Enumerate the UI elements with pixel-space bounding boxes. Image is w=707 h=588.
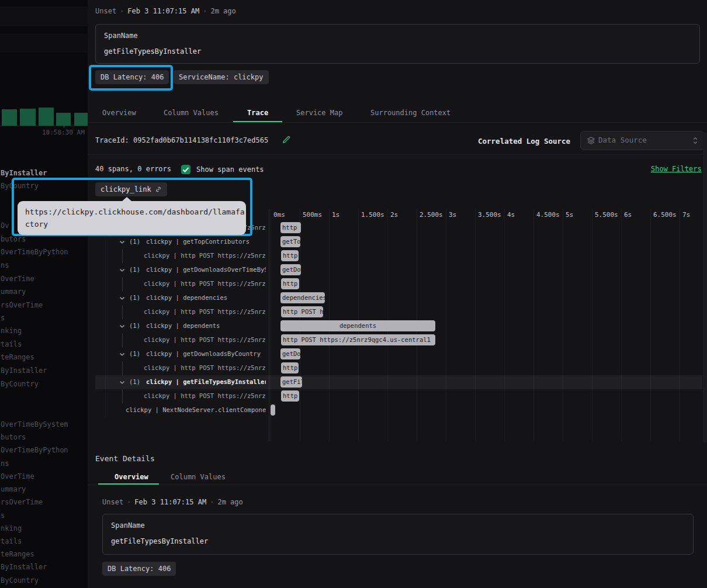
sidebar-span-item[interactable]: rsOverTime <box>1 301 43 309</box>
sidebar-span-item[interactable]: tails <box>1 340 22 348</box>
sidebar-span-item[interactable]: s <box>1 314 5 322</box>
span-duration-bar[interactable]: http POST https://z5nrz9qgc4.us-central1 <box>281 334 435 345</box>
trace-span-row[interactable]: (1)clickpy | getDownloadsByCountrygetDow… <box>95 347 702 361</box>
sidebar-span-item[interactable]: teRanges <box>1 353 34 361</box>
sidebar-span-item[interactable]: OverTimeByPython <box>1 248 68 256</box>
tab-overview[interactable]: Overview <box>102 109 136 117</box>
event-details-db-latency-badge[interactable]: DB Latency: 406 <box>102 562 176 576</box>
span-duration-bar[interactable]: getDownloadsByCountry <box>280 348 300 359</box>
tab-column-values[interactable]: Column Values <box>164 109 219 117</box>
sidebar-span-item[interactable]: tails <box>1 537 22 545</box>
event-details-tab-overview[interactable]: Overview <box>115 473 148 481</box>
span-duration-bar[interactable]: getTopContributors <box>280 236 300 247</box>
trace-span-row[interactable]: (1)clickpy | getDownloadsOverTimeBySyste… <box>95 263 702 277</box>
span-name: clickpy | http POST https://z5nrz9qgc4.u… <box>144 364 266 371</box>
span-name-value: getFileTypesByInstaller <box>104 47 201 56</box>
time-tick-label: 6s <box>624 211 632 219</box>
trace-span-row[interactable]: clickpy | http POST https://z5nrz9qgc4.u… <box>95 249 702 263</box>
trace-span-row[interactable]: clickpy | http POST https://z5nrz9qgc4.u… <box>95 333 702 347</box>
chevron-down-icon[interactable] <box>119 238 126 245</box>
tab-surrounding-context[interactable]: Surrounding Context <box>370 109 450 117</box>
sidebar-span-item[interactable]: ByInstaller <box>1 366 47 375</box>
chevron-down-icon[interactable] <box>119 379 126 386</box>
time-tick-label: 500ms <box>303 211 322 219</box>
sidebar-span-item[interactable]: nking <box>1 327 22 335</box>
trace-span-row[interactable]: (1)clickpy | getFileTypesByInstallergetF… <box>95 375 702 389</box>
histogram-bar <box>20 109 36 126</box>
sidebar-span-item[interactable]: rsOverTime <box>1 498 43 506</box>
span-name: clickpy | http POST https://z5nrz9qgc4.u… <box>144 252 266 259</box>
trace-span-row[interactable]: (1)clickpy | dependentsdependents <box>95 319 702 333</box>
show-span-events-label[interactable]: Show span events <box>196 165 264 174</box>
sidebar-span-item[interactable]: ByCountry <box>1 380 39 388</box>
tab-service-map[interactable]: Service Map <box>296 109 342 117</box>
span-name: clickpy | http POST https://z5nrz9qgc4.u… <box>144 392 266 399</box>
spans-summary: 40 spans, 0 errors <box>95 165 171 173</box>
child-count: (1) <box>129 378 140 385</box>
sidebar-span-item[interactable]: ns <box>1 459 9 468</box>
trace-span-row[interactable]: clickpy | http POST https://z5nrz9qgc4.u… <box>95 305 702 319</box>
time-tick-label: 0ms <box>273 211 285 219</box>
trace-id-label: TraceId: <box>95 136 129 144</box>
sidebar-span-item[interactable]: OverTimeBySystem <box>1 420 68 428</box>
span-duration-bar[interactable]: getDownloadsOverTimeBySystem <box>280 264 301 275</box>
relative-time: 2m ago <box>210 7 235 15</box>
sidebar-span-item[interactable]: s <box>1 511 5 520</box>
span-duration-bar[interactable]: http POST https://z5nrz9qgc4.us-central1 <box>280 222 301 233</box>
sidebar-span-item[interactable]: teRanges <box>1 550 34 558</box>
section-divider <box>88 154 702 155</box>
chevron-down-icon[interactable] <box>119 295 126 302</box>
time-tick-label: 4.500s <box>536 211 560 219</box>
span-duration-bar[interactable]: http POST https://z5nrz9qgc4.us-central1 <box>281 362 299 373</box>
sidebar-span-item[interactable]: ByCountry <box>1 576 39 584</box>
sidebar-span-item[interactable]: ByInstaller <box>1 563 47 571</box>
sidebar-span-item[interactable]: Ov <box>1 222 9 230</box>
trace-span-row[interactable]: clickpy | http POST https://z5nrz9qgc4.u… <box>95 361 702 375</box>
span-duration-bar[interactable]: http POST https://z5nrz9qgc4.us-central1 <box>281 250 299 261</box>
child-count: (1) <box>129 238 140 245</box>
span-duration-bar[interactable]: http POST https://z5nrz9qgc4.us-central1 <box>281 278 299 289</box>
sidebar-span-item[interactable]: OverTimeByPython <box>1 446 68 454</box>
span-duration-bar[interactable]: dependents <box>280 320 435 331</box>
tree-guide <box>122 333 123 347</box>
sidebar-span-item[interactable]: ByInstaller <box>1 169 47 177</box>
sidebar-span-item[interactable]: OverTime <box>1 472 34 480</box>
span-duration-bar[interactable]: http POST https://z5nrz9qgc4.us-central1 <box>281 390 299 402</box>
trace-span-row[interactable]: clickpy | http POST https://z5nrz9qgc4.u… <box>95 277 702 291</box>
trace-span-row[interactable]: (1)clickpy | dependenciesdependencies <box>95 291 702 305</box>
sidebar-span-item[interactable]: ummary <box>1 485 26 493</box>
sidebar-span-item[interactable]: OverTime <box>1 275 34 283</box>
data-source-select[interactable]: Data Source <box>580 131 704 150</box>
event-details-tab-column-values[interactable]: Column Values <box>171 473 226 481</box>
tooltip-url-line1: https://clickpy.clickhouse.com/dashboard… <box>25 206 238 218</box>
separator-dot: · <box>199 7 210 15</box>
sidebar-span-item[interactable]: nking <box>1 524 22 532</box>
histogram-bar <box>2 109 17 126</box>
vertical-scrollbar[interactable] <box>703 132 707 443</box>
time-tick-label: 7s <box>682 211 690 219</box>
chevron-down-icon[interactable] <box>119 351 126 358</box>
span-duration-bar[interactable]: getFileTypesByInstaller <box>280 376 302 388</box>
sidebar-span-item[interactable]: butors <box>1 433 26 441</box>
trace-span-row[interactable]: clickpy | NextNodeServer.clientComponent… <box>95 403 702 417</box>
sidebar-row-band <box>0 6 88 26</box>
sidebar-span-item[interactable]: ns <box>1 261 9 269</box>
show-filters-link[interactable]: Show Filters <box>651 165 702 173</box>
chevron-down-icon[interactable] <box>119 267 126 274</box>
span-duration-bar[interactable]: http POST https://z5nrz9qgc4.us-central1 <box>281 306 323 317</box>
chevron-down-icon[interactable] <box>119 323 126 330</box>
span-duration-bar[interactable] <box>271 404 275 416</box>
span-duration-bar[interactable]: dependencies <box>280 292 325 303</box>
tab-trace[interactable]: Trace <box>247 109 268 117</box>
service-name-badge[interactable]: ServiceName: clickpy <box>174 70 269 84</box>
sidebar-span-item[interactable]: ummary <box>1 288 26 296</box>
trace-span-row[interactable]: (1)clickpy | getTopContributorsgetTopCon… <box>95 235 702 249</box>
span-name: clickpy | getTopContributors <box>146 238 266 245</box>
tree-guide <box>122 277 123 291</box>
child-count: (1) <box>129 294 140 301</box>
tree-guide <box>122 249 123 263</box>
edit-pencil-icon[interactable] <box>282 135 291 144</box>
sidebar-span-item[interactable]: butors <box>1 235 26 243</box>
show-span-events-checkbox[interactable] <box>181 165 190 174</box>
trace-span-row[interactable]: clickpy | http POST https://z5nrz9qgc4.u… <box>95 389 702 403</box>
